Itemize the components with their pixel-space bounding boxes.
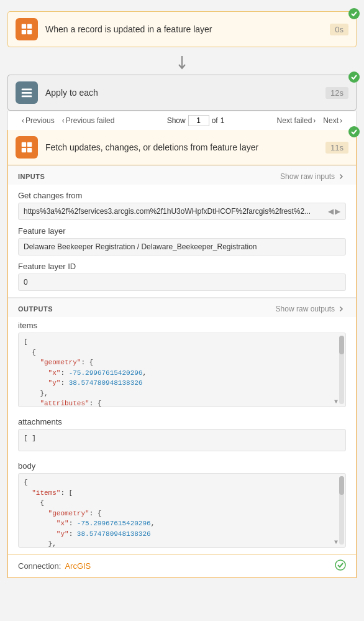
get-changes-value: https%3a%2f%2fservices3.arcgis.com%2f1hU… [18,203,346,220]
outputs-section: OUTPUTS Show raw outputs items [ { "geom… [8,297,356,577]
feature-layer-id-value: 0 [18,274,346,291]
body-code-block[interactable]: { "items": [ { "geometry": { "x": -75.29… [18,473,346,548]
connection-label: Connection: [18,561,61,571]
chevron-right-icon: › [340,116,342,125]
apply-time: 12s [325,87,348,99]
previous-failed-button[interactable]: ‹ Previous failed [58,115,119,126]
items-code-block[interactable]: [ { "geometry": { "x": -75.2996761542029… [18,333,346,407]
svg-rect-2 [22,30,26,34]
inner-content: Fetch updates, changes, or deletions fro… [7,130,357,578]
feature-layer-label: Feature layer [18,226,346,236]
apply-status-badge [348,71,360,83]
svg-rect-3 [27,30,32,34]
svg-point-12 [335,560,345,570]
svg-rect-1 [27,24,32,29]
trigger-time: 0s [330,24,348,35]
show-raw-outputs-button[interactable]: Show raw outputs [276,305,346,313]
svg-rect-10 [22,148,26,152]
inputs-title: INPUTS [18,173,45,180]
attachments-code-block[interactable]: [ ] [18,429,346,451]
next-failed-button[interactable]: Next failed › [273,115,320,126]
feature-layer-id-label: Feature layer ID [18,262,346,271]
trigger-block: When a record is updated in a feature la… [7,11,357,47]
output-attachments: attachments [ ] [8,413,356,458]
chevron-right-failed-icon: › [313,116,316,125]
apply-block: Apply to each 12s [7,75,357,111]
outputs-section-header: OUTPUTS Show raw outputs [8,298,356,317]
page-of-label: of [212,116,218,125]
svg-rect-11 [27,148,32,152]
previous-button[interactable]: ‹ Previous [18,115,58,126]
connection-bar: Connection: ArcGIS [8,554,356,577]
arrow-connector [0,52,364,75]
svg-rect-6 [22,92,32,94]
trigger-label: When a record is updated in a feature la… [45,24,330,34]
svg-rect-7 [22,96,32,98]
inputs-body: Get changes from https%3a%2f%2fservices3… [8,185,356,297]
svg-rect-5 [22,89,32,91]
svg-rect-0 [22,24,26,29]
show-raw-inputs-button[interactable]: Show raw inputs [280,172,346,181]
outputs-title: OUTPUTS [18,305,53,313]
fetch-label: Fetch updates, changes, or deletions fro… [45,142,325,152]
body-label: body [18,461,346,471]
svg-rect-8 [22,142,26,147]
output-body: body { "items": [ { "geometry": { "x": -… [8,458,356,554]
output-items: items [ { "geometry": { "x": -75.2996761… [8,317,356,413]
next-button[interactable]: Next › [319,115,346,126]
attachments-label: attachments [18,417,346,426]
inputs-section-header: INPUTS Show raw inputs [8,165,356,185]
connection-status-icon [335,559,346,573]
svg-rect-9 [27,142,32,147]
page-number-input[interactable] [188,115,209,126]
apply-icon [16,81,38,104]
fetch-status-badge [348,126,360,137]
page-show-group: Show of 1 [167,115,225,126]
chevron-left-icon: ‹ [22,116,24,125]
fetch-icon [16,136,38,159]
trigger-status-badge [348,8,360,19]
trigger-icon [16,18,38,40]
pagination-bar: ‹ Previous ‹ Previous failed Show of 1 N… [7,111,357,130]
get-changes-label: Get changes from [18,191,346,200]
apply-label: Apply to each [45,88,325,98]
items-label: items [18,321,346,330]
connection-link[interactable]: ArcGIS [65,561,91,571]
main-container: When a record is updated in a feature la… [0,0,364,584]
chevron-left-failed-icon: ‹ [62,116,65,125]
feature-layer-value: Delaware Beekeeper Registration / Delawa… [18,238,346,255]
fetch-block: Fetch updates, changes, or deletions fro… [8,130,356,165]
fetch-time: 11s [325,142,348,154]
